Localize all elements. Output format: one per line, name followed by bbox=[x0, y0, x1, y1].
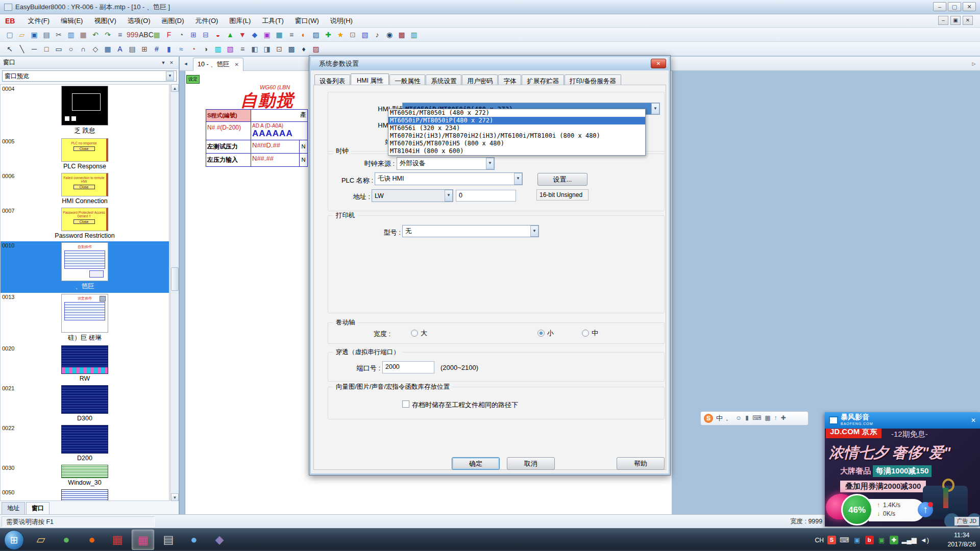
sidebar-tab-window[interactable]: 窗口 bbox=[26, 502, 50, 514]
list-tool-icon[interactable]: ≡ bbox=[237, 43, 248, 55]
chevron-down-icon[interactable]: ▼ bbox=[486, 158, 494, 169]
chevron-down-icon[interactable]: ▼ bbox=[445, 190, 453, 202]
scrollbar-thumb[interactable] bbox=[171, 267, 179, 291]
app-taskbar-icon[interactable]: ◆ bbox=[208, 530, 231, 550]
network-signal-icon[interactable]: ▂▄▆ bbox=[902, 536, 917, 544]
scroll-up-icon[interactable]: ▲ bbox=[171, 84, 179, 92]
window-item-0013[interactable]: 0013 设定操作 砫）巨 槎琳 bbox=[1, 293, 169, 344]
direct-window-icon[interactable]: ◨ bbox=[261, 43, 273, 55]
toggle-switch-icon[interactable]: ▣ bbox=[261, 29, 273, 40]
add-object-icon[interactable]: ✚ bbox=[323, 29, 334, 40]
window-item-0007[interactable]: 0007 Password Protected! Access Denied !… bbox=[1, 207, 169, 241]
child-close-button[interactable]: ✕ bbox=[963, 16, 973, 25]
browser-360-taskbar-icon[interactable]: ● bbox=[55, 530, 78, 550]
volume-icon[interactable]: ◄) bbox=[920, 536, 929, 544]
menu-tools[interactable]: 工具(T) bbox=[256, 15, 289, 27]
table-tool-icon[interactable]: ▤ bbox=[127, 43, 138, 55]
model-option[interactable]: MT6070iH2(iH3)/MT8070iH2(iH3)/MT6100i/MT… bbox=[388, 132, 645, 140]
printer-taskbar-icon[interactable]: ▤ bbox=[157, 530, 180, 550]
sogou-input-bar[interactable]: S 中 。☺▮⌨▦↑✚ bbox=[700, 411, 808, 425]
numeric-input-icon[interactable]: ⊞ bbox=[188, 29, 199, 40]
panel-pin-icon[interactable]: ▼ bbox=[159, 59, 167, 66]
pass-port-input[interactable]: 2000 bbox=[382, 361, 434, 373]
window-thumbnail[interactable]: PLC no response Close bbox=[61, 138, 108, 162]
width-radio-small[interactable]: 小 bbox=[537, 329, 554, 338]
history-data-icon[interactable]: ▧ bbox=[359, 29, 371, 40]
sound-icon[interactable]: ♪ bbox=[372, 29, 383, 40]
model-option[interactable]: MT6050iP/MT8050iP(480 x 272) bbox=[388, 117, 645, 124]
reset-bit-icon[interactable]: ▼ bbox=[237, 29, 248, 40]
window-item-0022[interactable]: 0022 D200 bbox=[1, 424, 169, 464]
keyboard-icon[interactable]: ⌨ bbox=[752, 414, 761, 423]
menu-window[interactable]: 窗口(W) bbox=[289, 15, 325, 27]
messenger-taskbar-icon[interactable]: ● bbox=[183, 530, 205, 550]
pie-tool-icon[interactable]: ◑ bbox=[200, 43, 211, 55]
meter-tool-icon[interactable]: ◔ bbox=[188, 43, 199, 55]
list-icon[interactable]: ≡ bbox=[286, 29, 297, 40]
menu-draw[interactable]: 画图(D) bbox=[156, 15, 190, 27]
grid-tool-icon[interactable]: ▦ bbox=[102, 43, 113, 55]
align-icon[interactable]: ≡ bbox=[114, 29, 126, 40]
chevron-down-icon[interactable]: ▼ bbox=[514, 173, 522, 185]
favorites-icon[interactable]: ★ bbox=[335, 29, 346, 40]
menu-help[interactable]: 说明(H) bbox=[325, 15, 358, 27]
window-thumbnail[interactable] bbox=[61, 465, 108, 478]
keypad-tool-icon[interactable]: ⊞ bbox=[139, 43, 150, 55]
cut-icon[interactable]: ✂ bbox=[53, 29, 64, 40]
window-item-0050[interactable]: 0050 匡拒眯上-磅⌒ bbox=[1, 488, 169, 501]
child-restore-button[interactable]: ▣ bbox=[950, 16, 961, 25]
bar-graph-icon[interactable]: ▦ bbox=[274, 29, 285, 40]
text-tool-icon[interactable]: A bbox=[114, 43, 126, 55]
close-button[interactable]: ✕ bbox=[963, 2, 976, 11]
punctuation-icon[interactable]: 。 bbox=[726, 414, 732, 423]
document-tab[interactable]: 10 - 、笆巨 ✕ bbox=[193, 58, 243, 71]
ascii-input-icon[interactable]: ⊟ bbox=[200, 29, 211, 40]
moving-shape-icon[interactable]: ♦ bbox=[298, 43, 309, 55]
polygon-tool-icon[interactable]: ◇ bbox=[90, 43, 101, 55]
chevron-down-icon[interactable]: ▼ bbox=[651, 103, 659, 114]
model-option[interactable]: MT6056i (320 x 234) bbox=[388, 124, 645, 132]
menu-objects[interactable]: 元件(O) bbox=[190, 15, 224, 27]
width-radio-large[interactable]: 大 bbox=[411, 329, 427, 338]
select-tool-icon[interactable]: ↖ bbox=[4, 43, 15, 55]
printer-model-select[interactable]: 无 ▼ bbox=[402, 225, 539, 237]
tab-scroll-right-icon[interactable]: ▷ bbox=[970, 60, 978, 68]
ok-button[interactable]: 确定 bbox=[452, 457, 500, 470]
dialog-close-button[interactable]: ✕ bbox=[651, 59, 666, 68]
app-tray-icon[interactable]: ▣ bbox=[853, 536, 862, 544]
scroll-down-icon[interactable]: ▼ bbox=[171, 493, 179, 501]
maximize-button[interactable]: ▢ bbox=[948, 2, 961, 11]
indirect-window-icon[interactable]: ⊡ bbox=[274, 43, 285, 55]
menu-view[interactable]: 视图(V) bbox=[88, 15, 121, 27]
window-thumbnail[interactable] bbox=[61, 385, 108, 414]
window-item-0004[interactable]: 0004 乏 跌怠 bbox=[1, 85, 169, 137]
copy-icon[interactable]: ▥ bbox=[65, 29, 77, 40]
paste-icon[interactable]: ▦ bbox=[78, 29, 89, 40]
word-lamp-icon[interactable]: ◆ bbox=[249, 29, 260, 40]
trend-display-icon[interactable]: ▨ bbox=[310, 29, 322, 40]
pipe-tool-icon[interactable]: ▨ bbox=[310, 43, 322, 55]
clock-icon[interactable]: ◔ bbox=[176, 29, 187, 40]
function-key-icon[interactable]: F bbox=[163, 29, 175, 40]
window-item-0006[interactable]: 0006 Failed connection to remote HMI Clo… bbox=[1, 172, 169, 207]
curve-tool-icon[interactable]: ≈ bbox=[176, 43, 187, 55]
window-list-scrollbar[interactable]: ▲ ▼ bbox=[170, 84, 179, 501]
taskbar-clock[interactable]: 11:34 2017/8/26 bbox=[947, 531, 976, 549]
alarm-display-icon[interactable]: ▩ bbox=[396, 29, 407, 40]
address-type-select[interactable]: LW ▼ bbox=[372, 189, 453, 202]
menu-file[interactable]: 文件(F) bbox=[22, 15, 55, 27]
clock-source-select[interactable]: 外部设备 ▼ bbox=[397, 157, 495, 170]
window-thumbnail[interactable]: 自動操作 bbox=[61, 242, 108, 281]
arc-tool-icon[interactable]: ∩ bbox=[78, 43, 89, 55]
window-thumbnail[interactable] bbox=[61, 86, 108, 126]
numeric-display-icon[interactable]: 999 bbox=[127, 29, 138, 40]
undo-icon[interactable]: ↶ bbox=[90, 29, 101, 40]
chevron-down-icon[interactable]: ▼ bbox=[530, 226, 538, 237]
new-file-icon[interactable]: ▢ bbox=[4, 29, 15, 40]
save-icon[interactable]: ▣ bbox=[29, 29, 40, 40]
width-radio-medium[interactable]: 中 bbox=[582, 329, 598, 338]
media-tray-icon[interactable]: b bbox=[865, 536, 874, 544]
event-log-icon[interactable]: ◉ bbox=[384, 29, 395, 40]
settings-button[interactable]: 设置... bbox=[537, 173, 587, 186]
menu-edit[interactable]: 编辑(E) bbox=[55, 15, 88, 27]
